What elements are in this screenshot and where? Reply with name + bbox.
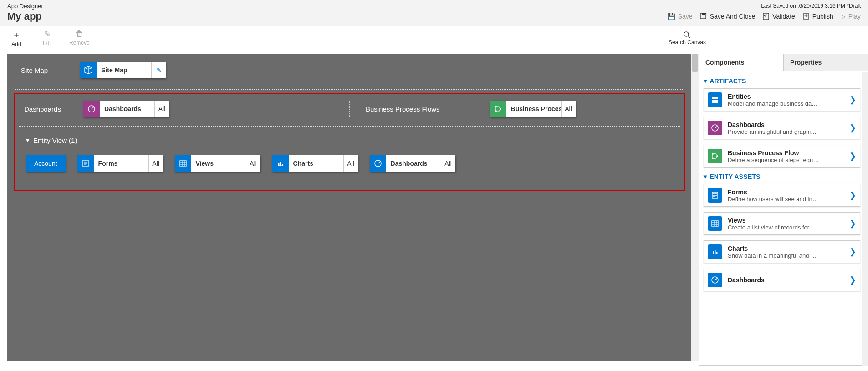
- save-label: Save: [678, 13, 693, 20]
- chevron-down-icon: ▾: [26, 136, 30, 144]
- remove-button: 🗑 Remove: [69, 29, 90, 47]
- tab-components[interactable]: Components: [699, 54, 783, 71]
- dashboard-icon: [370, 155, 386, 172]
- svg-rect-11: [278, 163, 280, 166]
- validate-icon: [762, 13, 770, 20]
- add-button[interactable]: ＋ Add: [7, 29, 26, 47]
- chevron-right-icon: ❯: [849, 151, 856, 161]
- entity-assets-section-toggle[interactable]: ▾ ENTITY ASSETS: [704, 173, 860, 180]
- forms-tile-label: Forms: [94, 155, 148, 172]
- views-all-button[interactable]: All: [246, 155, 260, 172]
- svg-point-6: [495, 106, 497, 107]
- svg-point-4: [684, 32, 689, 36]
- plus-icon: ＋: [12, 29, 20, 40]
- panel-scrollbar[interactable]: [862, 72, 868, 366]
- trash-icon: 🗑: [75, 29, 83, 39]
- publish-label: Publish: [812, 13, 833, 20]
- card-views-title: Views: [728, 217, 844, 224]
- charts-tile[interactable]: Charts All: [272, 155, 358, 172]
- site-map-row-label: Site Map: [21, 66, 80, 74]
- forms-tile[interactable]: Forms All: [77, 155, 163, 172]
- save-close-icon: [700, 13, 707, 20]
- svg-rect-18: [715, 100, 718, 103]
- charts-all-button[interactable]: All: [343, 155, 358, 172]
- entity-view-label: Entity View (1): [33, 137, 77, 144]
- svg-point-7: [495, 110, 497, 112]
- dashboards-tile[interactable]: Dashboards All: [83, 101, 169, 117]
- dashboards-all-button[interactable]: All: [154, 101, 169, 117]
- entity-view-toggle[interactable]: ▾ Entity View (1): [17, 130, 682, 151]
- save-and-close-button[interactable]: Save And Close: [700, 13, 756, 20]
- svg-rect-15: [712, 97, 715, 99]
- site-map-edit-button[interactable]: ✎: [151, 62, 166, 78]
- svg-point-21: [712, 158, 714, 159]
- card-charts[interactable]: Charts Show data in a meaningful and … ❯: [704, 240, 860, 263]
- svg-rect-13: [282, 164, 283, 166]
- card-forms[interactable]: Forms Define how users will see and in… …: [704, 184, 860, 207]
- svg-rect-16: [715, 97, 718, 99]
- tab-properties[interactable]: Properties: [783, 54, 868, 71]
- grid-icon: [175, 155, 191, 172]
- validate-label: Validate: [772, 13, 795, 20]
- scroll-thumb[interactable]: [692, 54, 698, 72]
- svg-rect-10: [180, 161, 186, 166]
- pencil-icon: ✎: [156, 66, 162, 74]
- site-map-tile[interactable]: Site Map ✎: [80, 62, 166, 78]
- pencil-icon: ✎: [44, 29, 51, 39]
- card-bpf[interactable]: Business Process Flow Define a sequence …: [704, 145, 860, 168]
- play-button: ▷ Play: [841, 13, 861, 20]
- design-canvas[interactable]: Site Map Site Map ✎ Dashboards: [7, 54, 691, 361]
- artifacts-label: ARTIFACTS: [710, 77, 746, 85]
- chart-icon: [272, 155, 289, 172]
- card-forms-title: Forms: [728, 188, 844, 196]
- sitemap-icon: [80, 62, 97, 78]
- publish-button[interactable]: Publish: [802, 13, 833, 20]
- bpf-all-button[interactable]: All: [561, 101, 576, 117]
- card-dashboards-asset[interactable]: Dashboards ❯: [704, 269, 860, 291]
- svg-rect-25: [713, 251, 714, 254]
- forms-all-button[interactable]: All: [148, 155, 163, 172]
- svg-point-8: [500, 108, 501, 110]
- dashboards-entity-tile-label: Dashboards: [386, 155, 441, 172]
- site-map-tile-label: Site Map: [97, 62, 151, 78]
- canvas-scrollbar[interactable]: [691, 54, 699, 361]
- publish-icon: [802, 13, 810, 20]
- card-dashboards[interactable]: Dashboards Provide an insightful and gra…: [704, 117, 860, 139]
- play-icon: ▷: [841, 13, 846, 20]
- views-tile[interactable]: Views All: [175, 155, 260, 172]
- dashboard-icon: [83, 101, 100, 117]
- card-views-desc: Create a list view of records for …: [728, 224, 844, 231]
- card-charts-title: Charts: [728, 245, 844, 252]
- svg-rect-26: [715, 250, 716, 254]
- form-icon: [77, 155, 94, 172]
- card-charts-desc: Show data in a meaningful and …: [728, 252, 844, 259]
- entities-icon: [708, 92, 722, 107]
- dashboards-entity-tile[interactable]: Dashboards All: [370, 155, 455, 172]
- edit-label: Edit: [43, 40, 52, 46]
- flow-icon: [708, 149, 722, 163]
- svg-rect-2: [763, 13, 769, 20]
- search-canvas-button[interactable]: Search Canvas: [669, 31, 706, 46]
- chevron-down-icon: ▾: [704, 77, 707, 85]
- last-saved-label: Last Saved on :6/20/2019 3:16 PM *Draft: [761, 3, 861, 9]
- card-bpf-title: Business Process Flow: [728, 149, 844, 157]
- card-views[interactable]: Views Create a list view of records for …: [704, 212, 860, 235]
- validate-button[interactable]: Validate: [762, 13, 795, 20]
- remove-label: Remove: [69, 40, 90, 46]
- highlighted-region: Dashboards Dashboards All Business Proce…: [14, 93, 685, 191]
- artifacts-section-toggle[interactable]: ▾ ARTIFACTS: [704, 77, 860, 85]
- svg-rect-12: [280, 162, 281, 166]
- entity-account-button[interactable]: Account: [26, 155, 66, 172]
- dashboards-entity-all-button[interactable]: All: [441, 155, 455, 172]
- charts-tile-label: Charts: [289, 155, 343, 172]
- svg-rect-24: [712, 221, 718, 226]
- bpf-tile[interactable]: Business Proces… All: [490, 101, 576, 117]
- dashboards-row-label: Dashboards: [24, 105, 83, 113]
- card-entities[interactable]: Entities Model and manage business da… ❯: [704, 88, 860, 111]
- svg-rect-1: [702, 13, 705, 15]
- search-icon: [683, 31, 691, 39]
- svg-point-20: [712, 153, 714, 155]
- card-dashboards-asset-title: Dashboards: [728, 276, 844, 284]
- card-forms-desc: Define how users will see and in…: [728, 196, 844, 203]
- chevron-right-icon: ❯: [849, 190, 856, 200]
